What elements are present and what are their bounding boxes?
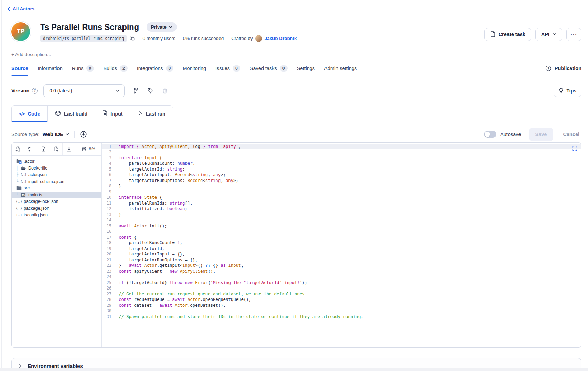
create-task-button[interactable]: Create task xyxy=(484,28,531,41)
file-tree-item-tsconfig-json[interactable]: {..}tsconfig.json xyxy=(12,212,101,219)
tab-issues[interactable]: Issues0 xyxy=(215,61,240,76)
new-file-button[interactable] xyxy=(12,143,24,155)
file-tree-item-main-ts[interactable]: └TSmain.ts xyxy=(12,192,101,198)
delete-version-button[interactable] xyxy=(162,88,168,94)
version-label: Version xyxy=(11,88,29,94)
code-line[interactable]: 12 isInitialized: boolean; xyxy=(102,206,581,212)
line-number: 4 xyxy=(102,161,111,166)
code-text xyxy=(111,217,119,223)
code-line[interactable]: 22} = await Actor.getInput<Input>() ?? {… xyxy=(102,263,581,269)
tab-saved-tasks[interactable]: Saved tasks0 xyxy=(250,61,288,76)
code-line[interactable]: 20 targetActorInput = {}, xyxy=(102,251,581,257)
line-number: 24 xyxy=(102,274,111,280)
actor-folder-icon xyxy=(16,159,22,164)
autosave-toggle[interactable] xyxy=(484,131,496,138)
file-tree-item-dockerfile[interactable]: ├Dockerfile xyxy=(12,165,101,172)
line-number: 9 xyxy=(102,189,111,195)
code-line[interactable]: 25if (!targetActorId) throw new Error('M… xyxy=(102,280,581,286)
code-line[interactable]: 10interface State { xyxy=(102,195,581,200)
code-line[interactable]: 31// Spawn parallel runs and store their… xyxy=(102,314,581,320)
line-number: 1 xyxy=(102,144,111,150)
copy-handle-button[interactable] xyxy=(130,36,135,41)
code-line[interactable]: 26 xyxy=(102,285,581,291)
source-type-dropdown[interactable]: Web IDE xyxy=(42,131,69,137)
code-line[interactable]: 1import { Actor, ApifyClient, log } from… xyxy=(102,144,581,150)
code-line[interactable]: 16 xyxy=(102,229,581,234)
tab-monitoring[interactable]: Monitoring xyxy=(183,61,206,76)
visibility-dropdown[interactable]: Private xyxy=(147,22,177,32)
file-tree-item-src[interactable]: src xyxy=(12,185,101,192)
code-line[interactable]: 4 parallelRunsCount: number; xyxy=(102,161,581,166)
code-line[interactable]: 23const apifyClient = new ApifyClient(); xyxy=(102,269,581,274)
file-tree-item-package-lock-json[interactable]: {..}package-lock.json xyxy=(12,198,101,205)
save-button[interactable]: Save xyxy=(529,128,554,141)
code-line[interactable]: 24 xyxy=(102,274,581,280)
git-branch-button[interactable] xyxy=(133,88,139,94)
tab-publication[interactable]: $Publication xyxy=(545,65,581,72)
code-line[interactable]: 17const { xyxy=(102,234,581,240)
new-folder-button[interactable] xyxy=(24,143,37,155)
breadcrumb[interactable]: All Actors xyxy=(8,6,34,11)
tab-admin-settings[interactable]: Admin settings xyxy=(324,61,357,76)
tab-runs[interactable]: Runs0 xyxy=(72,61,94,76)
chevron-down-icon xyxy=(66,133,69,135)
view-tab-last-run[interactable]: Last run xyxy=(130,106,173,122)
code-line[interactable]: 19 targetActorId, xyxy=(102,246,581,252)
code-line[interactable]: 2 xyxy=(102,149,581,155)
file-tree-item-actor-json[interactable]: ├{..}actor.json xyxy=(12,172,101,178)
cancel-button[interactable]: Cancel xyxy=(561,132,581,137)
actor-info: Ts Parallel Runs Scraping Private drobni… xyxy=(40,22,297,42)
more-actions-button[interactable]: ··· xyxy=(566,28,581,41)
view-tab-input[interactable]: Input xyxy=(95,106,130,122)
code-line[interactable]: 29const dataset = await Actor.openDatase… xyxy=(102,303,581,308)
code-line[interactable]: 15await Actor.init(); xyxy=(102,223,581,229)
code-line[interactable]: 13} xyxy=(102,212,581,218)
code-line[interactable]: 9 xyxy=(102,189,581,195)
code-editor[interactable]: 1import { Actor, ApifyClient, log } from… xyxy=(102,143,581,347)
view-tab-label: Code xyxy=(28,111,40,117)
code-line[interactable]: 8} xyxy=(102,183,581,189)
view-tab-last-build[interactable]: Last build xyxy=(48,106,95,122)
code-text: targetActorInput: Record<string, any>; xyxy=(111,172,226,178)
code-line[interactable]: 28const requestQueue = await Actor.openR… xyxy=(102,297,581,303)
help-icon[interactable]: ? xyxy=(32,88,38,94)
code-line[interactable]: 11 parallelRunIds: string[]; xyxy=(102,200,581,206)
file-name: Dockerfile xyxy=(28,166,47,171)
tab-settings[interactable]: Settings xyxy=(297,61,315,76)
code-line[interactable]: 18 parallelRunsCount= 1, xyxy=(102,240,581,246)
tab-builds[interactable]: Builds2 xyxy=(103,61,127,76)
file-tree-item-input-schema-json[interactable]: └{..}input_schema.json xyxy=(12,178,101,185)
code-line[interactable]: 5 targetActorId: string; xyxy=(102,166,581,172)
code-line[interactable]: 21 targetActorRunOptions = {}, xyxy=(102,257,581,263)
code-line[interactable]: 3interface Input { xyxy=(102,155,581,161)
line-number: 19 xyxy=(102,246,111,252)
api-dropdown-button[interactable]: API xyxy=(535,28,562,41)
version-select[interactable]: 0.0 (latest) xyxy=(43,84,125,97)
download-source-button[interactable] xyxy=(80,131,87,138)
tag-version-button[interactable] xyxy=(147,88,153,94)
json-braces-icon: {..} xyxy=(20,172,26,177)
code-line[interactable]: 14 xyxy=(102,217,581,223)
tips-button[interactable]: Tips xyxy=(554,85,581,97)
upload-file-button[interactable] xyxy=(37,143,50,155)
tab-integrations[interactable]: Integrations0 xyxy=(137,61,174,76)
code-line[interactable]: 6 targetActorInput: Record<string, any>; xyxy=(102,172,581,178)
code-line[interactable]: 27// Get the current run request queue a… xyxy=(102,291,581,297)
tab-information[interactable]: Information xyxy=(38,61,63,76)
line-number: 2 xyxy=(102,149,111,155)
line-number: 22 xyxy=(102,263,111,269)
actor-detail-page: All Actors TP Ts Parallel Runs Scraping … xyxy=(0,0,588,371)
tab-source[interactable]: Source xyxy=(11,61,28,76)
add-description-button[interactable]: + Add description... xyxy=(11,52,581,57)
author-link[interactable]: Jakub Drobník xyxy=(265,36,297,41)
view-tab-code[interactable]: </>Code xyxy=(12,106,48,122)
fullscreen-button[interactable] xyxy=(572,146,577,151)
code-text: } xyxy=(111,212,121,218)
download-all-button[interactable] xyxy=(63,143,75,155)
code-line[interactable]: 7 targetActorRunOptions: Record<string, … xyxy=(102,178,581,184)
export-file-button[interactable] xyxy=(50,143,63,155)
code-line[interactable]: 30 xyxy=(102,308,581,314)
file-tree-item--actor[interactable]: .actor xyxy=(12,158,101,165)
file-tree-item-package-json[interactable]: {..}package.json xyxy=(12,205,101,212)
json-braces-icon: {..} xyxy=(16,199,22,204)
